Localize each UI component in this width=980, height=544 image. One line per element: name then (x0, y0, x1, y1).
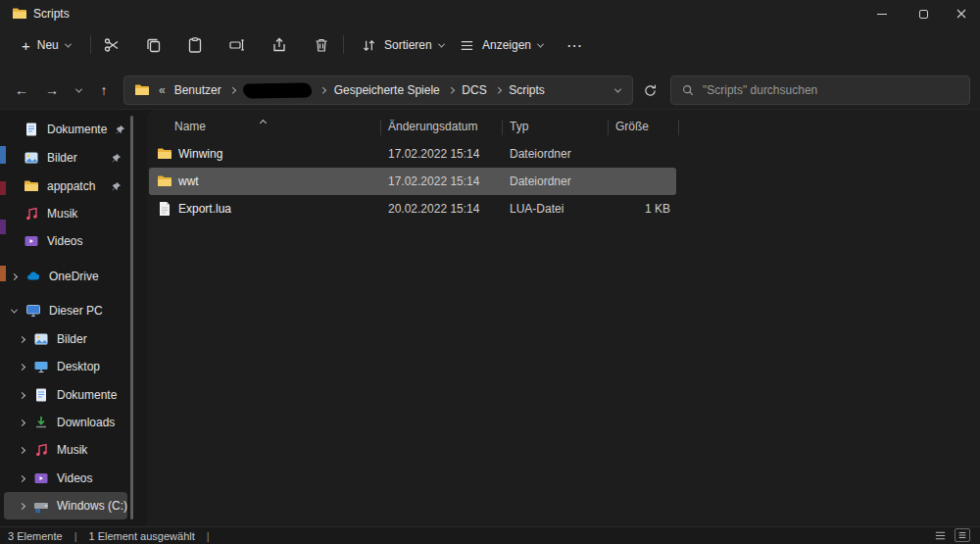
share-button[interactable] (262, 30, 297, 60)
sidebar-item-label: Dokumente (47, 123, 107, 136)
view-button-label: Anzeigen (482, 38, 531, 52)
folder-icon (24, 178, 39, 194)
pin-icon (111, 181, 122, 192)
file-row-winwing[interactable]: Winwing 17.02.2022 15:14 Dateiordner (149, 140, 676, 168)
address-bar[interactable]: « Benutzer Gespeicherte Spiele DCS Scrip… (123, 75, 633, 105)
column-header-name[interactable]: Name (174, 120, 206, 137)
maximize-button[interactable] (902, 0, 945, 27)
chevron-right-icon[interactable] (18, 393, 25, 398)
sidebar-item-label: Bilder (47, 151, 77, 165)
view-button[interactable]: Anzeigen (449, 30, 553, 60)
rename-icon (228, 36, 246, 54)
chevron-right-icon[interactable] (18, 365, 25, 370)
pin-icon (111, 153, 122, 164)
scissors-icon (103, 36, 121, 54)
chevron-right-icon[interactable] (18, 448, 25, 453)
sidebar-item-desktop[interactable]: Desktop (4, 353, 127, 380)
refresh-button[interactable] (635, 75, 664, 105)
videos-icon (24, 233, 39, 249)
chevron-down-icon[interactable] (10, 309, 18, 314)
sidebar-item-downloads[interactable]: Downloads (4, 409, 127, 436)
chevron-right-icon[interactable] (448, 87, 454, 93)
sidebar-item-musik[interactable]: Musik (4, 200, 127, 227)
address-dropdown-chevron-icon[interactable] (614, 85, 621, 92)
rename-button[interactable] (220, 30, 255, 60)
title-bar: Scripts (0, 0, 980, 27)
sidebar-item-dokumente-pc[interactable]: Dokumente (4, 381, 127, 409)
paste-icon (186, 36, 204, 54)
sidebar-item-windows-c[interactable]: Windows (C:) (4, 492, 127, 519)
list-view-toggle[interactable] (934, 529, 947, 542)
chevron-right-icon[interactable] (18, 337, 25, 342)
file-row-wwt-selected[interactable]: wwt 17.02.2022 15:14 Dateiordner (149, 168, 676, 195)
file-type: LUA-Datei (510, 202, 564, 216)
breadcrumb-item[interactable]: Gespeicherte Spiele (334, 83, 440, 97)
paste-button[interactable] (177, 30, 213, 60)
close-button[interactable] (943, 0, 980, 27)
chevron-right-icon[interactable] (229, 87, 235, 93)
close-icon (956, 9, 966, 19)
folder-icon (12, 6, 27, 22)
sidebar-item-label: apppatch (47, 179, 95, 193)
chevron-right-icon[interactable] (319, 87, 325, 93)
chevron-down-icon (537, 40, 544, 47)
chevron-right-icon[interactable] (495, 87, 501, 93)
sidebar-item-dokumente[interactable]: Dokumente (4, 116, 127, 143)
sidebar-item-label: Downloads (57, 416, 115, 429)
chevron-right-icon[interactable] (18, 476, 25, 481)
column-header-type[interactable]: Typ (510, 120, 528, 137)
sort-icon (361, 37, 377, 54)
sidebar-item-videos-pc[interactable]: Videos (4, 465, 127, 492)
breadcrumb-item[interactable]: Scripts (509, 83, 545, 97)
copy-button[interactable] (136, 30, 172, 60)
delete-button[interactable] (304, 30, 339, 60)
forward-button[interactable]: → (38, 75, 66, 105)
file-explorer-window: Scripts + Neu Sortieren Anzeigen (0, 0, 980, 544)
sort-button-label: Sortieren (384, 38, 432, 52)
sidebar-scrollbar[interactable] (130, 116, 133, 519)
details-view-toggle[interactable] (955, 528, 970, 542)
search-input[interactable] (703, 83, 959, 97)
chevron-right-icon[interactable] (10, 274, 18, 279)
column-header-date[interactable]: Änderungsdatum (388, 120, 477, 137)
column-divider[interactable] (678, 120, 679, 135)
sidebar-item-label: Desktop (57, 360, 100, 373)
selection-count: 1 Element ausgewählt (89, 530, 195, 542)
toolbar-separator (90, 35, 91, 54)
column-divider[interactable] (608, 120, 609, 135)
search-icon (681, 83, 695, 97)
sidebar-item-bilder-pc[interactable]: Bilder (4, 325, 127, 353)
sort-button[interactable]: Sortieren (351, 30, 454, 60)
chevron-right-icon[interactable] (18, 504, 25, 509)
breadcrumb-item[interactable]: Benutzer (174, 83, 221, 97)
sidebar-item-musik-pc[interactable]: Musik (4, 436, 127, 464)
sidebar-item-videos[interactable]: Videos (4, 227, 127, 255)
cut-button[interactable] (94, 30, 129, 60)
file-type: Dateiordner (510, 174, 571, 188)
file-row-export-lua[interactable]: Export.lua 20.02.2022 15:14 LUA-Datei 1 … (149, 195, 676, 223)
sidebar-item-onedrive[interactable]: OneDrive (4, 263, 127, 290)
recent-locations-button[interactable] (67, 75, 90, 105)
view-icon (459, 37, 475, 54)
chevron-right-icon[interactable] (18, 420, 25, 425)
chevron-down-icon (74, 85, 81, 92)
sidebar-item-apppatch[interactable]: apppatch (4, 173, 127, 200)
sidebar-item-bilder[interactable]: Bilder (4, 144, 127, 172)
search-box[interactable] (670, 75, 970, 105)
minimize-icon (877, 14, 887, 15)
new-button[interactable]: + Neu (12, 30, 80, 60)
column-divider[interactable] (502, 120, 503, 135)
column-divider[interactable] (380, 120, 381, 135)
column-header-size[interactable]: Größe (615, 120, 649, 137)
minimize-button[interactable] (860, 0, 904, 27)
status-bar: 3 Elemente | 1 Element ausgewählt | (0, 526, 980, 544)
back-button[interactable]: ← (8, 75, 35, 105)
more-button[interactable]: ⋯ (557, 30, 592, 60)
up-button[interactable]: ↑ (90, 75, 118, 105)
sidebar-item-label: Videos (47, 234, 82, 248)
sidebar-item-dieser-pc[interactable]: Dieser PC (4, 297, 127, 324)
status-separator: | (207, 530, 210, 542)
breadcrumb-overflow[interactable]: « (159, 83, 166, 97)
breadcrumb-item-redacted[interactable] (243, 82, 312, 98)
breadcrumb-item[interactable]: DCS (462, 83, 486, 97)
